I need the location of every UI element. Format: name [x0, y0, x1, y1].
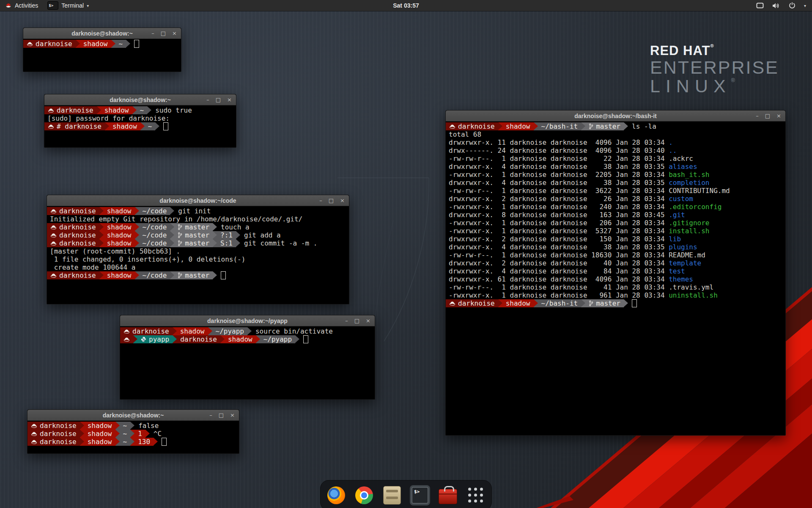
prompt-segment-user: darknoise [47, 223, 99, 231]
powerline-arrow [99, 231, 104, 239]
window-title: darknoise@shadow:~ [71, 30, 133, 37]
powerline-arrow [208, 327, 212, 335]
registered-mark: ® [731, 77, 735, 83]
dock-item-files[interactable] [382, 485, 402, 505]
dock-item-chrome[interactable] [354, 485, 374, 505]
terminal-content[interactable]: darknoiseshadow~falsedarknoiseshadow~1^C… [27, 421, 239, 446]
maximize-button[interactable]: □ [354, 318, 359, 323]
terminal-line: darknoiseshadow~/codegit init [47, 207, 349, 215]
terminal-content[interactable]: darknoiseshadow~ [23, 39, 181, 48]
powerline-separator [111, 40, 115, 48]
branch-icon [178, 232, 182, 238]
powerline-separator [115, 438, 120, 446]
powerline-arrow [76, 40, 80, 47]
output-text: 1 file changed, 0 insertions(+), 0 delet… [47, 255, 245, 263]
powerline-arrow [135, 239, 139, 247]
output-text: drwxrwxr-x. 8 darknoise darknoise 163 Ja… [446, 211, 669, 219]
terminal-window-home-1: darknoise@shadow:~ – □ × darknoiseshadow… [23, 28, 181, 72]
window-titlebar[interactable]: darknoise@shadow:~/code – □ × [47, 195, 349, 206]
window-titlebar[interactable]: darknoise@shadow:~ – □ × [23, 28, 181, 39]
command-text: sudo true [151, 106, 192, 114]
powerline-arrow [213, 239, 217, 247]
powerline-separator [99, 231, 104, 239]
minimize-button[interactable]: – [345, 318, 348, 323]
prompt-segment-user: darknoise [47, 207, 99, 215]
redhat-icon [123, 337, 130, 342]
close-button[interactable]: × [227, 97, 232, 102]
powerline-separator [624, 122, 628, 130]
powerline-arrow [80, 422, 84, 429]
powerline-separator [99, 223, 104, 231]
maximize-button[interactable]: □ [161, 30, 166, 36]
close-button[interactable]: × [172, 30, 177, 36]
close-button[interactable]: × [776, 113, 781, 119]
powerline-arrow [236, 239, 240, 247]
output-text: -rw-rw-r--. 1 darknoise darknoise 22 Jan… [446, 155, 693, 163]
maximize-button[interactable]: □ [216, 97, 221, 102]
window-title: darknoise@shadow:~/pyapp [207, 318, 288, 324]
window-titlebar[interactable]: darknoise@shadow:~/bash-it – □ × [446, 110, 785, 121]
powerline-separator [132, 106, 137, 114]
prompt-segment-gitstatus: S:1 [217, 239, 236, 247]
minimize-button[interactable]: – [206, 97, 209, 102]
clock[interactable]: Sat 03:57 [0, 2, 812, 9]
powerline-separator [208, 327, 212, 335]
powerline-separator [624, 299, 628, 307]
prompt-segment-user: darknoise [44, 106, 97, 114]
chrome-icon [355, 486, 373, 504]
window-titlebar[interactable]: darknoise@shadow:~ – □ × [44, 94, 236, 105]
close-button[interactable]: × [366, 318, 370, 323]
directory-name: themes [669, 275, 693, 283]
minimize-button[interactable]: – [756, 113, 759, 119]
output-text: -rw-rw-r--. 1 darknoise darknoise 3622 J… [446, 187, 730, 195]
window-titlebar[interactable]: darknoise@shadow:~ – □ × [27, 410, 239, 421]
powerline-separator [80, 422, 84, 430]
terminal-content[interactable]: darknoiseshadow~/bash-itmasterls -latota… [446, 121, 785, 307]
powerline-separator [135, 239, 139, 247]
minimize-button[interactable]: – [209, 412, 212, 418]
dock-item-toolbox[interactable] [438, 485, 458, 505]
powerline-separator [236, 231, 240, 239]
terminal-content[interactable]: darknoiseshadow~/pyappsource bin/activat… [120, 326, 375, 343]
maximize-button[interactable]: □ [329, 198, 334, 203]
redhat-icon [31, 439, 37, 444]
toolbox-icon [439, 489, 457, 504]
terminal-line: # darknoiseshadow~ [44, 122, 236, 130]
powerline-separator [155, 122, 159, 130]
prompt-segment-host: shadow [502, 122, 534, 130]
prompt-segment-user: darknoise [446, 299, 498, 307]
terminal-line: Initialized empty Git repository in /hom… [47, 215, 349, 223]
terminal-line: pyappdarknoiseshadow~/pyapp [120, 335, 375, 343]
python-icon [141, 337, 146, 342]
display-icon [756, 3, 764, 9]
powerline-arrow [147, 106, 151, 114]
terminal-line: darknoiseshadow~/bash-itmasterls -la [446, 122, 785, 130]
terminal-content[interactable]: darknoiseshadow~/codegit initInitialized… [47, 206, 349, 279]
powerline-separator [105, 122, 109, 130]
window-titlebar[interactable]: darknoise@shadow:~/pyapp – □ × [120, 315, 375, 326]
power-icon [789, 2, 796, 9]
close-button[interactable]: × [340, 198, 345, 203]
prompt-segment-host: shadow [177, 327, 208, 335]
powerline-arrow [236, 231, 240, 239]
terminal-line: total 68 [446, 130, 785, 138]
terminal-line: drwx------. 24 darknoise darknoise 4096 … [446, 146, 785, 155]
system-status-area[interactable]: ▾ [756, 2, 812, 9]
powerline-arrow [130, 422, 134, 429]
dock-item-app-grid[interactable] [466, 485, 486, 505]
close-button[interactable]: × [230, 412, 235, 418]
maximize-button[interactable]: □ [765, 113, 770, 119]
output-text: -rw-rw-r--. 1 darknoise darknoise 18630 … [446, 251, 705, 259]
output-text: -rwxrwxr-x. 1 darknoise darknoise 961 Ja… [446, 291, 669, 299]
terminal-line: darknoiseshadow~1^C [27, 430, 239, 438]
dock-item-terminal[interactable]: $> [410, 485, 430, 505]
terminal-cursor [163, 122, 168, 130]
powerline-arrow [247, 327, 252, 335]
maximize-button[interactable]: □ [219, 412, 224, 418]
terminal-content[interactable]: darknoiseshadow~sudo true[sudo] password… [44, 105, 236, 130]
branch-icon [178, 272, 182, 279]
dock-item-firefox[interactable] [326, 485, 346, 505]
minimize-button[interactable]: – [319, 198, 322, 203]
prompt-segment-user: darknoise [47, 271, 99, 279]
minimize-button[interactable]: – [151, 30, 154, 36]
